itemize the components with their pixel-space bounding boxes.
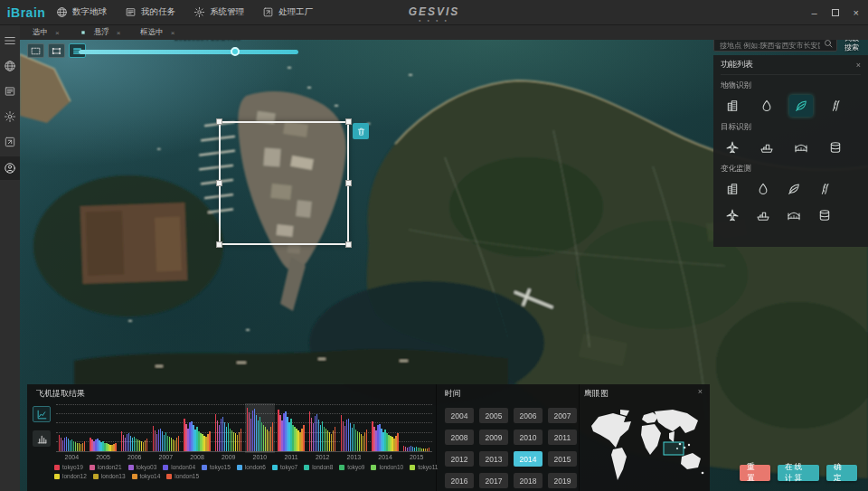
- year-button-2014[interactable]: 2014: [514, 451, 542, 467]
- legend-item-tokyo11[interactable]: tokyo11: [410, 464, 438, 470]
- year-button-2019[interactable]: 2019: [548, 473, 577, 488]
- chart-group-2005[interactable]: [88, 405, 119, 451]
- legend-item-tokyo03[interactable]: tokyo03: [128, 464, 157, 470]
- year-button-2016[interactable]: 2016: [445, 473, 474, 488]
- chart-line-toggle[interactable]: [33, 406, 51, 422]
- chart-group-2012[interactable]: [307, 405, 338, 451]
- year-button-2007[interactable]: 2007: [548, 408, 577, 423]
- road-extract-button[interactable]: [824, 95, 847, 117]
- ship-change-button[interactable]: [751, 204, 775, 226]
- resize-handle-bottom-left[interactable]: [216, 241, 222, 248]
- tab-close-icon[interactable]: ×: [171, 29, 175, 37]
- legend-item-london13[interactable]: london13: [93, 473, 126, 479]
- timeline-slider[interactable]: [79, 50, 298, 54]
- search-input[interactable]: [714, 38, 836, 53]
- sidebar-item-menu[interactable]: [0, 30, 20, 52]
- tab-close-icon[interactable]: ×: [117, 29, 121, 37]
- legend-item-london6[interactable]: london6: [237, 464, 266, 470]
- legend-item-tokyo19[interactable]: tokyo19: [54, 464, 83, 470]
- year-button-2017[interactable]: 2017: [479, 473, 508, 488]
- water-change-button[interactable]: [751, 178, 775, 200]
- legend-item-london12[interactable]: london12: [54, 473, 87, 479]
- resize-handle-top-left[interactable]: [216, 118, 222, 125]
- legend-item-tokyo15[interactable]: tokyo15: [202, 464, 231, 470]
- online-compute-button[interactable]: 在线计算: [778, 465, 819, 481]
- sidebar-item-assistant[interactable]: [0, 156, 20, 180]
- year-button-2010[interactable]: 2010: [514, 430, 542, 445]
- legend-item-tokyo7[interactable]: tokyo7: [272, 464, 297, 470]
- year-button-2012[interactable]: 2012: [445, 451, 474, 467]
- chart-bar-toggle[interactable]: [33, 430, 51, 447]
- plane-change-button[interactable]: [721, 204, 744, 226]
- tab-3[interactable]: 框选中×: [133, 25, 182, 40]
- sidebar-item-my-tasks[interactable]: [0, 80, 20, 102]
- year-button-2011[interactable]: 2011: [548, 430, 577, 445]
- legend-item-london04[interactable]: london04: [163, 464, 195, 470]
- legend-item-london21[interactable]: london21: [90, 464, 122, 470]
- menu-item-process-factory[interactable]: 处理工厂: [262, 6, 313, 18]
- maximize-button[interactable]: [832, 8, 839, 18]
- legend-item-tokyo9[interactable]: tokyo9: [339, 464, 364, 470]
- delete-selection-button[interactable]: [353, 123, 369, 139]
- menu-item-digital-earth[interactable]: 数字地球: [56, 6, 107, 18]
- legend-item-london15[interactable]: london15: [166, 473, 199, 479]
- legend-item-london10[interactable]: london10: [371, 464, 403, 470]
- chart-group-2015[interactable]: [401, 405, 432, 451]
- resize-handle-mid-left[interactable]: [216, 180, 222, 186]
- oiltank-detect-button[interactable]: [824, 137, 847, 158]
- tab-close-icon[interactable]: ×: [55, 29, 60, 37]
- year-button-2008[interactable]: 2008: [445, 430, 474, 445]
- handle-select-tool[interactable]: [48, 43, 65, 58]
- year-button-2015[interactable]: 2015: [548, 451, 577, 467]
- resize-handle-mid-right[interactable]: [345, 180, 352, 186]
- chart-group-2007[interactable]: [150, 405, 182, 451]
- resize-handle-top-right[interactable]: [345, 118, 352, 125]
- year-button-2018[interactable]: 2018: [514, 473, 542, 488]
- oiltank-change-button[interactable]: [813, 204, 836, 226]
- resize-handle-bottom-right[interactable]: [345, 241, 352, 248]
- vegetation-extract-button[interactable]: [789, 95, 813, 117]
- tab-2[interactable]: 悬浮×: [72, 25, 128, 40]
- sidebar-item-process-factory[interactable]: [0, 131, 20, 153]
- chart-group-2013[interactable]: [338, 405, 370, 451]
- overview-viewport-rect[interactable]: [664, 442, 684, 455]
- vegetation-change-button[interactable]: [782, 178, 806, 200]
- tab-1[interactable]: 选中×: [25, 25, 67, 40]
- menu-item-my-tasks[interactable]: 我的任务: [125, 6, 175, 18]
- chart-group-2010[interactable]: [244, 405, 276, 451]
- year-button-2009[interactable]: 2009: [479, 430, 508, 445]
- chart-group-2004[interactable]: [56, 405, 88, 451]
- chart-group-2011[interactable]: [276, 405, 307, 451]
- sidebar-item-system-mgmt[interactable]: [0, 106, 20, 127]
- plane-detect-button[interactable]: [721, 137, 744, 158]
- chart-group-2006[interactable]: [118, 405, 150, 451]
- building-change-button[interactable]: [721, 178, 744, 200]
- function-panel-close-icon[interactable]: ×: [856, 61, 861, 70]
- chart-group-2014[interactable]: [370, 405, 401, 451]
- map-selection-rectangle[interactable]: [219, 121, 349, 245]
- year-button-2006[interactable]: 2006: [514, 408, 542, 423]
- bottom-panel-close-icon[interactable]: ×: [698, 387, 703, 396]
- sidebar-item-digital-earth[interactable]: [0, 55, 20, 77]
- year-button-2013[interactable]: 2013: [479, 451, 508, 467]
- overview-world-map[interactable]: [586, 404, 707, 487]
- year-button-2005[interactable]: 2005: [479, 408, 508, 423]
- legend-item-london8[interactable]: london8: [304, 464, 333, 470]
- timeline-handle[interactable]: [231, 47, 240, 56]
- ship-detect-button[interactable]: [755, 137, 778, 158]
- menu-item-system-mgmt[interactable]: 系统管理: [193, 6, 244, 18]
- road-change-button[interactable]: [813, 178, 836, 200]
- chart-group-2009[interactable]: [212, 405, 244, 451]
- reset-button[interactable]: 重 置: [740, 465, 770, 481]
- bridge-detect-button[interactable]: [789, 137, 813, 158]
- building-extract-button[interactable]: [721, 95, 744, 117]
- minimize-button[interactable]: –: [811, 8, 816, 18]
- bridge-change-button[interactable]: [782, 204, 806, 226]
- confirm-button[interactable]: 确 定: [826, 465, 857, 481]
- rect-select-tool[interactable]: [27, 43, 44, 58]
- chart-group-2008[interactable]: [182, 405, 213, 451]
- close-button[interactable]: ×: [854, 8, 859, 18]
- water-extract-button[interactable]: [755, 95, 778, 117]
- legend-item-tokyo14[interactable]: tokyo14: [132, 473, 161, 479]
- year-button-2004[interactable]: 2004: [445, 408, 474, 423]
